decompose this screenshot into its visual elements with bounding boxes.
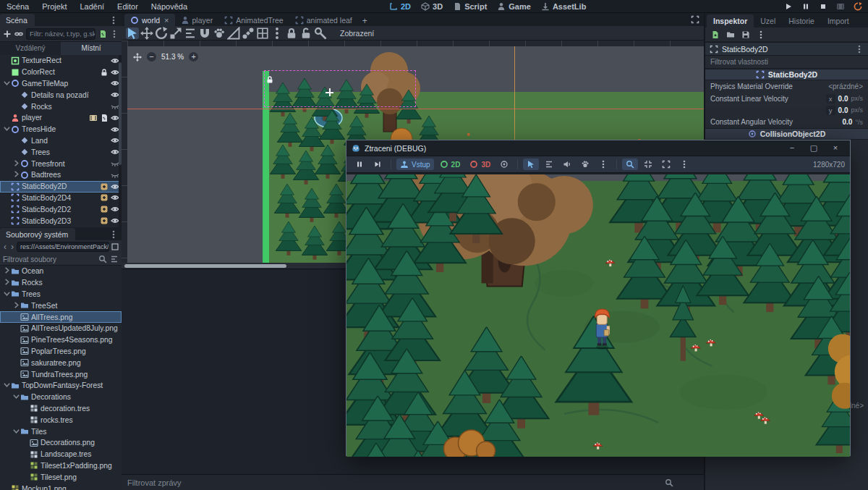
select-list-button[interactable] (541, 159, 557, 170)
scene-filter-input[interactable]: Filtr: název, t.typ, g.sk (26, 28, 95, 40)
close-tab-icon[interactable]: × (164, 16, 169, 25)
distraction-free-button[interactable] (691, 15, 699, 24)
expander-icon[interactable] (3, 79, 11, 88)
warnbox-icon[interactable] (100, 216, 109, 225)
horizontal-guide[interactable] (127, 109, 704, 109)
new-scene-tab-button[interactable]: + (358, 16, 372, 26)
listtree-tool-button[interactable] (184, 28, 197, 39)
stop-button[interactable] (819, 2, 827, 11)
file-row[interactable]: AllTrees.png (0, 311, 122, 323)
expander-icon[interactable] (12, 301, 20, 311)
file-row[interactable]: PoplarTrees.png (0, 346, 122, 358)
cursor-tool-button[interactable] (126, 28, 139, 39)
maximize-window-button[interactable]: ▢ (804, 143, 823, 153)
debug-paths-button[interactable] (577, 159, 593, 170)
property-physics-material[interactable]: Physics Material Override <prázdné> (705, 80, 868, 93)
messages-filter-bar[interactable]: Filtrovat zprávy (122, 474, 704, 490)
ruler-tool-button[interactable] (227, 28, 240, 39)
scene-tree-row[interactable]: player (0, 112, 122, 124)
file-row[interactable]: Tileset.png (0, 471, 122, 483)
menu-projekt[interactable]: Projekt (35, 0, 73, 13)
sort-files-button[interactable] (110, 255, 119, 263)
debug-window-titlebar[interactable]: Ztraceni (DEBUG) −▢× (346, 140, 850, 156)
expander-icon[interactable] (3, 278, 11, 287)
warnbox-icon[interactable] (100, 182, 109, 191)
scrollbar-thumb[interactable] (124, 264, 286, 268)
tab-vzdálený[interactable]: Vzdálený (0, 42, 61, 55)
mode-3d[interactable]: 3D (421, 2, 443, 11)
reload-button[interactable] (854, 2, 862, 11)
file-row[interactable]: rocks.tres (0, 414, 122, 426)
scene-tree-row[interactable]: TreesHide (0, 124, 122, 135)
attach-script-button[interactable] (98, 30, 107, 38)
embed-zoom-button[interactable] (622, 159, 638, 170)
section-collision-object[interactable]: CollisionObject2D (705, 128, 868, 140)
menu-nápověda[interactable]: Nápověda (145, 0, 194, 13)
game-debug-window[interactable]: Ztraceni (DEBUG) −▢× Vstup 2D 3D (346, 140, 851, 456)
expander-icon[interactable] (3, 124, 11, 134)
folder-button[interactable] (726, 30, 735, 39)
file-row[interactable]: Ocean (0, 266, 122, 277)
scene-tree-row[interactable]: TextureRect (0, 55, 122, 67)
scene-tree-row[interactable]: Badtrees (0, 169, 122, 181)
next-frame-button[interactable] (370, 159, 386, 170)
expander-icon[interactable] (3, 381, 11, 390)
minimize-window-button[interactable]: − (783, 143, 801, 153)
scene-tree-row[interactable]: StaticBody2D2 (0, 203, 122, 215)
file-row[interactable]: Rocks (0, 277, 122, 289)
scene-tab-AnimatedTree[interactable]: AnimatedTree (218, 14, 289, 26)
x-value[interactable]: 0.0 (838, 95, 848, 103)
file-row[interactable]: Landscape.tres (0, 449, 122, 460)
camera-override-button[interactable] (496, 159, 512, 170)
current-path[interactable]: res://Assets/EnvironmentPack/T (17, 242, 109, 252)
property-constant-angular-velocity[interactable]: Constant Angular Velocity 0.0 °/s (705, 116, 868, 128)
tab-inspektor[interactable]: Inspektor (707, 14, 754, 28)
game-viewport[interactable] (346, 174, 850, 455)
pin-tool-button[interactable] (314, 28, 327, 39)
section-static-body[interactable]: StaticBody2D (705, 69, 868, 80)
embed-options-menu[interactable] (676, 159, 692, 170)
film-button[interactable] (836, 2, 845, 11)
view-menu-button[interactable]: Zobrazení (336, 29, 378, 38)
scene-tree-row[interactable]: ColorRect (0, 67, 122, 78)
zoom-in-button[interactable]: + (189, 52, 198, 62)
lock-icon[interactable] (100, 68, 109, 77)
mode-2d[interactable]: 2D (389, 2, 411, 11)
inspector-node-menu[interactable] (855, 45, 864, 54)
scale-tool-button[interactable] (169, 28, 182, 39)
file-row[interactable]: Decorations.png (0, 437, 122, 449)
move-tool-button[interactable] (140, 28, 153, 39)
scene-tree-row[interactable]: StaticBody2D3 (0, 215, 122, 227)
mode-game[interactable]: Game (497, 2, 531, 11)
grid-tool-button[interactable] (256, 28, 269, 39)
file-row[interactable]: PineTrees4Seasons.png (0, 334, 122, 346)
history-back-button[interactable]: ‹ (2, 242, 8, 252)
mode-script[interactable]: Script (453, 2, 487, 11)
zoom-level[interactable]: 51.3 % (161, 53, 184, 61)
filesystem-filter[interactable]: Filtrovat soubory (0, 253, 122, 266)
tab-uzel[interactable]: Uzel (754, 14, 782, 28)
play-button[interactable] (784, 2, 793, 11)
audio-mute-button[interactable] (559, 159, 575, 170)
file-row[interactable]: Mockup1.png (0, 483, 122, 490)
tab-místní[interactable]: Místní (61, 42, 122, 55)
file-row[interactable]: decoration.tres (0, 403, 122, 415)
scene-tree-row[interactable]: GameTileMap (0, 78, 122, 90)
magnet-tool-button[interactable] (198, 28, 211, 39)
rotate-tool-button[interactable] (155, 28, 168, 39)
file-row[interactable]: TopDownFantasy-Forest (0, 380, 122, 392)
expander-icon[interactable] (3, 266, 11, 276)
scene-panel-menu-icon[interactable] (106, 16, 122, 26)
dots-button[interactable] (757, 30, 765, 39)
scene-tree-row[interactable]: Land (0, 135, 122, 147)
zoom-out-button[interactable]: − (147, 52, 156, 62)
scene-tree-row[interactable]: Rocks (0, 101, 122, 112)
file-row[interactable]: TreeSet (0, 300, 122, 311)
file-row[interactable]: TundraTrees.png (0, 368, 122, 380)
linear-velocity-y[interactable]: y 0.0 px/s (705, 104, 868, 116)
warnbox-icon[interactable] (100, 205, 109, 214)
expander-icon[interactable] (12, 170, 20, 179)
expander-icon[interactable] (12, 392, 20, 402)
debug-2d-button[interactable]: 2D (436, 159, 464, 170)
expander-icon[interactable] (12, 159, 20, 169)
